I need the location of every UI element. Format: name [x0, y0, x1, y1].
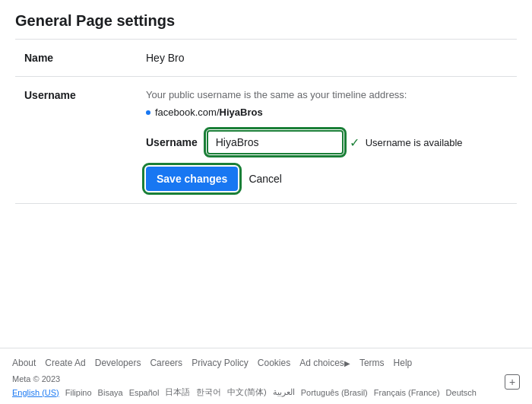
settings-table: Name Hey Bro Username Your public userna… — [15, 40, 517, 204]
footer-link-about[interactable]: About — [12, 358, 36, 368]
main-content: General Page settings Name Hey Bro Usern… — [0, 0, 532, 348]
footer-link-cookies[interactable]: Cookies — [258, 358, 290, 368]
username-input[interactable] — [207, 130, 344, 154]
footer-lang-10[interactable]: Deutsch — [446, 388, 477, 397]
username-value-cell: Your public username is the same as your… — [137, 77, 517, 204]
footer-bottom: Meta © 2023 English (US)FilipinoBisayaEs… — [12, 374, 520, 398]
button-row: Save changes Cancel — [146, 167, 508, 191]
footer-link-create-ad[interactable]: Create Ad — [45, 358, 85, 368]
footer-lang-4[interactable]: 日本語 — [165, 387, 190, 398]
footer-link-help[interactable]: Help — [394, 358, 413, 368]
cancel-button[interactable]: Cancel — [245, 167, 285, 191]
username-description: Your public username is the same as your… — [146, 89, 508, 100]
save-button[interactable]: Save changes — [146, 167, 238, 191]
facebook-link-text: facebook.com/HiyaBros — [155, 107, 263, 118]
footer-link-privacy-policy[interactable]: Privacy Policy — [192, 358, 249, 368]
username-available-text: Username is available — [366, 137, 463, 148]
footer-lang-9[interactable]: Français (France) — [374, 388, 440, 397]
username-row: Username Your public username is the sam… — [15, 77, 517, 204]
name-row: Name Hey Bro — [15, 40, 517, 77]
footer-lang-0[interactable]: English (US) — [12, 388, 59, 397]
name-value: Hey Bro — [137, 40, 517, 77]
footer-lang-5[interactable]: 한국어 — [196, 387, 221, 398]
page-wrapper: General Page settings Name Hey Bro Usern… — [0, 0, 532, 404]
footer-lang-3[interactable]: Español — [129, 388, 160, 397]
footer-link-developers[interactable]: Developers — [95, 358, 141, 368]
add-language-button[interactable]: + — [505, 374, 520, 390]
footer-links: AboutCreate AdDevelopersCareersPrivacy P… — [12, 358, 520, 368]
footer-languages: English (US)FilipinoBisayaEspañol日本語한국어中… — [12, 387, 477, 398]
footer-link-terms[interactable]: Terms — [359, 358, 385, 368]
facebook-link-prefix: facebook.com/ — [155, 107, 220, 118]
footer-lang-6[interactable]: 中文(简体) — [227, 387, 266, 398]
page-title: General Page settings — [15, 12, 517, 30]
facebook-link-page: HiyaBros — [220, 107, 263, 118]
name-label: Name — [15, 40, 137, 77]
footer-link-careers[interactable]: Careers — [150, 358, 182, 368]
footer-lang-1[interactable]: Filipino — [65, 388, 92, 397]
username-label-cell: Username — [15, 77, 137, 204]
footer-lang-7[interactable]: العربية — [273, 387, 295, 397]
username-field-label: Username — [146, 136, 198, 148]
check-icon: ✓ — [350, 135, 359, 150]
footer-copyright: Meta © 2023 — [12, 374, 477, 383]
facebook-link-bullet — [146, 110, 150, 115]
footer-meta: Meta © 2023 English (US)FilipinoBisayaEs… — [12, 374, 477, 398]
footer-lang-2[interactable]: Bisaya — [98, 388, 123, 397]
footer: AboutCreate AdDevelopersCareersPrivacy P… — [0, 348, 532, 404]
footer-link-ad-choices[interactable]: Ad choices▶ — [299, 358, 350, 368]
footer-lang-8[interactable]: Português (Brasil) — [301, 388, 368, 397]
username-input-row: Username ✓ Username is available — [146, 130, 508, 154]
ad-choices-icon: ▶ — [344, 359, 350, 367]
facebook-link: facebook.com/HiyaBros — [146, 107, 508, 118]
